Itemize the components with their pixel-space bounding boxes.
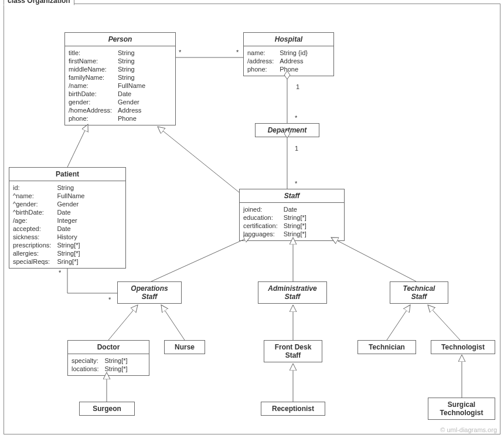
- class-staff: Staff joined: education: certification: …: [239, 189, 345, 241]
- class-title: Patient: [9, 168, 125, 181]
- class-administrative-staff: Administrative Staff: [258, 281, 327, 304]
- class-title: Person: [65, 33, 175, 46]
- class-operations-staff: Operations Staff: [117, 281, 182, 304]
- mult-label: *: [295, 180, 297, 187]
- watermark: © uml-diagrams.org: [440, 426, 497, 433]
- mult-label: *: [179, 49, 181, 56]
- class-attrs: name: /address: phone: String {id} Addre…: [244, 46, 333, 76]
- class-person: Person title: firstName: middleName: fam…: [64, 32, 176, 125]
- class-title: Department: [256, 124, 319, 137]
- class-hospital: Hospital name: /address: phone: String {…: [243, 32, 334, 76]
- class-title: Technologist: [431, 341, 495, 354]
- mult-label: 1: [296, 83, 299, 90]
- package-label: class Organization: [4, 0, 74, 5]
- mult-label: 1: [295, 145, 298, 152]
- class-title: Front Desk Staff: [264, 341, 322, 362]
- class-receptionist: Receptionist: [261, 402, 325, 416]
- class-title: Receptionist: [261, 402, 325, 415]
- mult-label: *: [236, 49, 239, 56]
- class-patient: Patient id: ^name: ^gender: ^birthDate: …: [9, 167, 126, 269]
- mult-label: *: [59, 269, 61, 276]
- class-title: Doctor: [68, 341, 149, 354]
- class-attrs: joined: education: certification: langua…: [240, 203, 344, 240]
- class-title: Technician: [358, 341, 416, 354]
- mult-label: *: [295, 114, 297, 121]
- class-department: Department: [255, 123, 319, 137]
- class-title: Surgical Technologist: [428, 398, 495, 419]
- class-nurse: Nurse: [164, 340, 205, 354]
- class-title: Staff: [240, 189, 344, 203]
- class-title: Hospital: [244, 33, 333, 46]
- class-title: Administrative Staff: [258, 282, 326, 303]
- class-doctor: Doctor specialty: locations: String[*] S…: [67, 340, 149, 376]
- class-attrs: id: ^name: ^gender: ^birthDate: /age: ac…: [9, 181, 125, 268]
- class-title: Operations Staff: [118, 282, 181, 303]
- class-technician: Technician: [357, 340, 416, 354]
- class-front-desk-staff: Front Desk Staff: [264, 340, 322, 362]
- class-attrs: specialty: locations: String[*] String[*…: [68, 354, 149, 375]
- class-surgical-technologist: Surgical Technologist: [428, 398, 495, 420]
- class-technical-staff: Technical Staff: [390, 281, 448, 304]
- diagram-canvas: class Organization Person title: firstNa…: [0, 0, 504, 438]
- class-attrs: title: firstName: middleName: familyName…: [65, 46, 175, 125]
- mult-label: *: [108, 296, 111, 303]
- class-title: Surgeon: [80, 402, 134, 415]
- class-title: Nurse: [165, 341, 205, 354]
- class-technologist: Technologist: [431, 340, 495, 354]
- class-surgeon: Surgeon: [79, 402, 135, 416]
- class-title: Technical Staff: [390, 282, 448, 303]
